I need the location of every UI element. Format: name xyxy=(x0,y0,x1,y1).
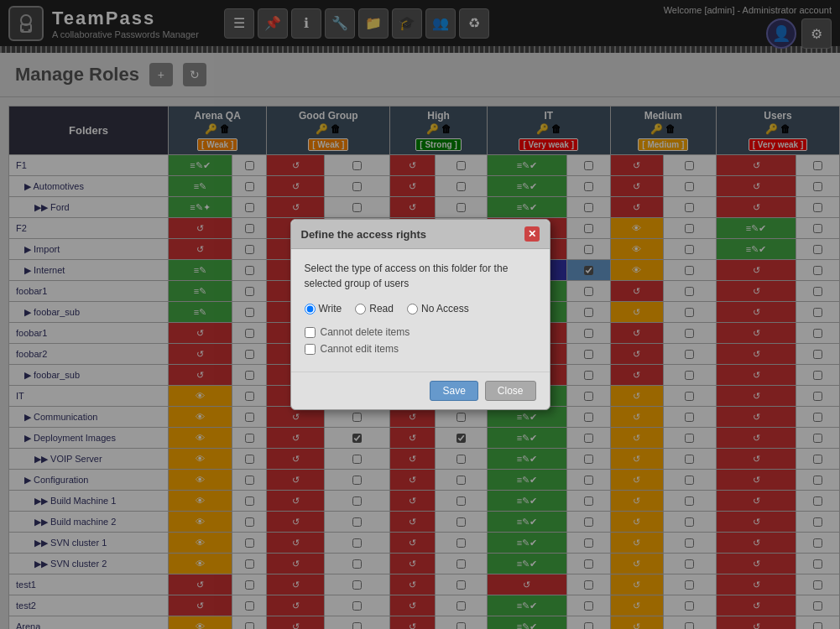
dialog-title: Define the access rights xyxy=(301,228,427,241)
dialog-description: Select the type of access on this folder… xyxy=(305,261,536,291)
radio-write[interactable] xyxy=(305,304,316,314)
dialog-save-button[interactable]: Save xyxy=(430,381,477,401)
cannot-delete-checkbox[interactable] xyxy=(305,327,316,338)
dialog-body: Select the type of access on this folder… xyxy=(291,249,550,372)
access-type-radio-group: Write Read No Access xyxy=(305,303,536,314)
access-rights-dialog: Define the access rights ✕ Select the ty… xyxy=(290,219,550,410)
cannot-delete-label[interactable]: Cannot delete items xyxy=(305,326,536,338)
dialog-close-btn[interactable]: Close xyxy=(485,381,536,401)
radio-write-label[interactable]: Write xyxy=(305,303,342,314)
dialog-header: Define the access rights ✕ xyxy=(291,220,550,249)
dialog-overlay: Define the access rights ✕ Select the ty… xyxy=(0,0,840,629)
radio-read-label[interactable]: Read xyxy=(355,303,394,314)
dialog-close-button[interactable]: ✕ xyxy=(524,226,540,242)
radio-noaccess-label[interactable]: No Access xyxy=(407,303,469,314)
cannot-edit-checkbox[interactable] xyxy=(305,344,316,355)
dialog-footer: Save Close xyxy=(291,372,550,409)
cannot-edit-label[interactable]: Cannot edit items xyxy=(305,343,536,355)
restriction-checkboxes: Cannot delete items Cannot edit items xyxy=(305,326,536,355)
radio-read[interactable] xyxy=(355,304,366,314)
radio-noaccess[interactable] xyxy=(407,304,418,314)
